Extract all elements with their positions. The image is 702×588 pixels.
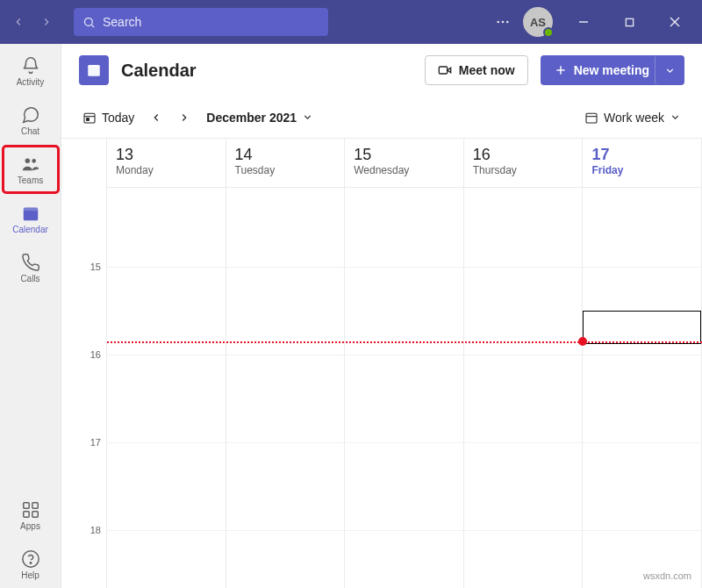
day-header[interactable]: 16Thursday xyxy=(464,139,583,188)
hour-gridline xyxy=(226,442,345,443)
day-body[interactable] xyxy=(107,188,226,588)
calendar-tile-icon xyxy=(79,55,109,85)
titlebar: Search AS xyxy=(0,0,702,44)
calendar-toolbar: Today December 2021 Work week xyxy=(61,97,702,139)
hour-gridline xyxy=(345,530,463,531)
left-rail: Activity Chat Teams Calendar Calls Apps … xyxy=(0,44,61,588)
chevron-down-icon xyxy=(664,65,676,76)
rail-label: Chat xyxy=(21,126,39,136)
day-body[interactable] xyxy=(464,188,583,588)
chevron-down-icon xyxy=(302,111,313,123)
calendar-grid: 15 16 17 18 19 13Monday14Tuesday15Wednes… xyxy=(61,139,702,588)
rail-item-teams[interactable]: Teams xyxy=(3,146,59,193)
rail-item-chat[interactable]: Chat xyxy=(3,97,59,144)
hour-gridline xyxy=(583,355,701,355)
rail-item-help[interactable]: Help xyxy=(3,541,59,588)
new-meeting-button[interactable]: New meeting xyxy=(541,55,663,85)
workweek-icon xyxy=(584,111,598,125)
rail-label: Apps xyxy=(20,521,40,531)
rail-item-calls[interactable]: Calls xyxy=(3,244,59,291)
minimize-button[interactable] xyxy=(563,4,604,39)
svg-rect-21 xyxy=(439,67,447,74)
day-header[interactable]: 17Friday xyxy=(583,139,701,188)
view-picker[interactable]: Work week xyxy=(584,111,681,125)
hour-gridline xyxy=(464,442,583,443)
rail-label: Calendar xyxy=(12,225,48,234)
hour-label: 18 xyxy=(90,525,101,535)
forward-button[interactable] xyxy=(35,11,58,33)
day-header[interactable]: 15Wednesday xyxy=(345,139,463,188)
next-week-button[interactable] xyxy=(178,111,190,124)
hour-gridline xyxy=(226,355,345,355)
more-button[interactable] xyxy=(488,7,518,37)
day-body[interactable] xyxy=(226,188,345,588)
prev-week-button[interactable] xyxy=(150,111,162,124)
day-name: Thursday xyxy=(473,164,574,176)
chat-icon xyxy=(21,105,40,125)
day-header[interactable]: 13Monday xyxy=(107,139,226,188)
hour-label: 16 xyxy=(90,349,101,360)
watermark: wsxdn.com xyxy=(643,570,691,581)
svg-rect-28 xyxy=(586,113,597,123)
hour-gridline xyxy=(107,267,226,268)
search-icon xyxy=(82,16,96,29)
day-header[interactable]: 14Tuesday xyxy=(226,139,345,188)
presence-available-icon xyxy=(543,27,554,38)
rail-item-calendar[interactable]: Calendar xyxy=(3,195,59,242)
selected-time-slot[interactable] xyxy=(583,311,701,344)
hour-gridline xyxy=(345,355,463,355)
search-input[interactable]: Search xyxy=(74,8,328,36)
hour-gridline xyxy=(464,530,583,531)
svg-rect-15 xyxy=(23,511,28,516)
day-number: 15 xyxy=(354,146,455,164)
day-column[interactable]: 13Monday xyxy=(107,139,226,588)
hour-gridline xyxy=(107,442,226,443)
hour-label: 17 xyxy=(90,437,101,448)
day-column[interactable]: 14Tuesday xyxy=(226,139,346,588)
svg-rect-12 xyxy=(23,207,38,211)
rail-label: Teams xyxy=(18,176,43,185)
new-meeting-dropdown[interactable] xyxy=(655,55,684,85)
hour-gridline xyxy=(583,530,701,531)
hour-gridline xyxy=(345,267,463,268)
button-label: New meeting xyxy=(574,63,649,77)
rail-item-activity[interactable]: Activity xyxy=(3,47,59,95)
month-picker[interactable]: December 2021 xyxy=(206,111,313,125)
day-name: Wednesday xyxy=(354,164,455,176)
button-label: Today xyxy=(102,111,134,125)
day-body[interactable] xyxy=(345,188,463,588)
today-icon xyxy=(82,111,97,125)
day-column[interactable]: 17Friday xyxy=(583,139,702,588)
day-number: 17 xyxy=(591,146,692,164)
hour-gridline xyxy=(583,442,701,443)
day-number: 16 xyxy=(473,146,574,164)
day-name: Friday xyxy=(591,164,692,176)
svg-rect-6 xyxy=(626,18,633,25)
current-time-line xyxy=(107,341,702,343)
day-column[interactable]: 16Thursday xyxy=(464,139,584,588)
meet-now-button[interactable]: Meet now xyxy=(425,55,528,85)
rail-label: Activity xyxy=(17,77,45,87)
rail-item-apps[interactable]: Apps xyxy=(3,491,59,539)
svg-point-18 xyxy=(30,562,31,563)
calendar-icon xyxy=(21,204,40,223)
svg-line-1 xyxy=(91,25,94,27)
back-button[interactable] xyxy=(7,11,30,33)
day-number: 13 xyxy=(116,146,217,164)
day-body[interactable] xyxy=(583,188,701,588)
svg-point-9 xyxy=(25,158,29,163)
maximize-button[interactable] xyxy=(609,4,649,39)
main-panel: Calendar Meet now New meeting Today xyxy=(61,44,702,588)
day-column[interactable]: 15Wednesday xyxy=(345,139,464,588)
svg-point-4 xyxy=(506,21,509,24)
svg-rect-16 xyxy=(32,511,37,516)
close-button[interactable] xyxy=(655,4,695,39)
view-label: Work week xyxy=(604,111,664,125)
bell-icon xyxy=(21,56,40,75)
today-button[interactable]: Today xyxy=(82,111,134,125)
help-icon xyxy=(21,549,40,569)
avatar[interactable]: AS xyxy=(523,7,553,37)
hour-gridline xyxy=(583,267,701,268)
svg-rect-14 xyxy=(32,502,37,507)
svg-rect-25 xyxy=(84,113,95,123)
